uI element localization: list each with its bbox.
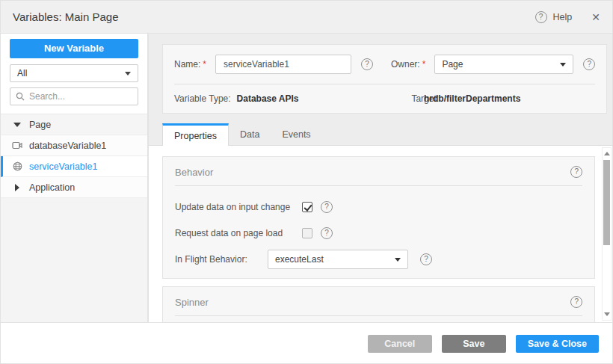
help-icon[interactable]: ? <box>321 227 333 239</box>
page-title: Variables: Main Page <box>13 10 118 23</box>
request-data-on-page-load-label: Request data on page load <box>175 228 302 238</box>
content-scrollbar[interactable] <box>602 147 612 321</box>
caret-right-icon <box>15 184 19 191</box>
scroll-down-icon[interactable] <box>604 312 610 316</box>
content-scrollbar-thumb[interactable] <box>603 160 610 245</box>
search-input[interactable] <box>29 91 132 102</box>
sidebar-item-servicevariable1[interactable]: serviceVariable1 <box>1 156 147 177</box>
scroll-up-icon[interactable] <box>604 152 610 155</box>
owner-select[interactable]: Page <box>434 55 573 74</box>
search-box[interactable] <box>10 87 138 105</box>
sidebar-item-page[interactable]: Page <box>1 114 147 135</box>
help-link[interactable]: Help <box>553 12 573 22</box>
chevron-down-icon <box>395 258 401 262</box>
tree-item-label: serviceVariable1 <box>29 161 97 172</box>
variable-filter-select[interactable]: All <box>10 64 138 82</box>
tab-properties[interactable]: Properties <box>162 123 229 146</box>
help-icon[interactable]: ? <box>570 296 582 308</box>
tab-data[interactable]: Data <box>229 123 271 145</box>
property-row: Update data on input change ? <box>175 197 582 217</box>
save-button[interactable]: Save <box>442 335 506 353</box>
spinner-panel-title: Spinner <box>175 297 209 308</box>
variables-dialog: Variables: Main Page ? Help ✕ New Variab… <box>0 0 613 364</box>
in-flight-behavior-value: executeLast <box>275 254 324 265</box>
detail-tabs: Properties Data Events <box>149 123 613 146</box>
tree-item-label: databaseVariable1 <box>29 141 106 151</box>
new-variable-button[interactable]: New Variable <box>10 39 138 58</box>
update-data-on-input-change-checkbox[interactable] <box>302 202 312 212</box>
help-icon[interactable]: ? <box>361 58 373 70</box>
cancel-button[interactable]: Cancel <box>368 335 432 353</box>
name-input[interactable] <box>215 55 351 74</box>
sidebar-item-databasevariable1[interactable]: databaseVariable1 <box>1 135 147 156</box>
sidebar-empty-area <box>1 198 147 322</box>
owner-label: Owner: <box>391 59 420 70</box>
service-variable-icon <box>12 161 22 171</box>
save-and-close-button[interactable]: Save & Close <box>516 335 599 353</box>
target-label: Target: <box>411 93 595 104</box>
spinner-panel: Spinner ? <box>162 286 595 322</box>
variable-type-value: Database APIs <box>237 93 299 104</box>
variable-summary-panel: Name: * ? Owner: * Page ? V <box>162 44 607 114</box>
close-icon[interactable]: ✕ <box>591 11 600 23</box>
tree-item-label: Page <box>29 120 51 130</box>
help-icon[interactable]: ? <box>583 58 595 70</box>
help-icon[interactable]: ? <box>420 253 432 265</box>
variable-type-label: Variable Type: <box>174 93 231 104</box>
properties-tab-content: Behavior ? Update data on input change ?… <box>149 146 613 322</box>
dialog-footer: Cancel Save Save & Close <box>1 322 612 364</box>
sidebar-item-application[interactable]: Application <box>1 177 147 198</box>
name-label: Name: <box>174 59 200 70</box>
help-icon[interactable]: ? <box>321 201 333 213</box>
variable-detail-area: Name: * ? Owner: * Page ? V <box>149 34 613 322</box>
owner-value: Page <box>442 59 463 70</box>
update-data-on-input-change-label: Update data on input change <box>175 202 302 212</box>
chevron-down-icon <box>125 72 131 75</box>
required-asterisk: * <box>203 59 206 70</box>
chevron-down-icon <box>560 63 566 67</box>
behavior-panel-title: Behavior <box>175 167 213 178</box>
required-asterisk: * <box>422 59 426 70</box>
tab-events[interactable]: Events <box>271 123 321 145</box>
tree-item-label: Application <box>29 182 75 193</box>
variables-tree: Page databaseVariable1 <box>1 114 147 198</box>
request-data-on-page-load-checkbox[interactable] <box>302 228 312 238</box>
in-flight-behavior-select[interactable]: executeLast <box>268 250 408 269</box>
help-icon[interactable]: ? <box>535 11 547 23</box>
search-icon <box>16 92 25 101</box>
property-row: Request data on page load ? <box>175 223 582 243</box>
caret-down-icon <box>13 123 21 127</box>
database-variable-icon <box>12 141 22 149</box>
dialog-header: Variables: Main Page ? Help ✕ <box>1 1 612 34</box>
variables-sidebar: New Variable All Page <box>1 34 147 322</box>
behavior-panel: Behavior ? Update data on input change ?… <box>162 156 595 279</box>
in-flight-behavior-label: In Flight Behavior: <box>175 254 268 265</box>
variable-filter-value: All <box>17 68 27 78</box>
help-icon[interactable]: ? <box>570 166 582 178</box>
property-row: In Flight Behavior: executeLast ? <box>175 250 582 269</box>
